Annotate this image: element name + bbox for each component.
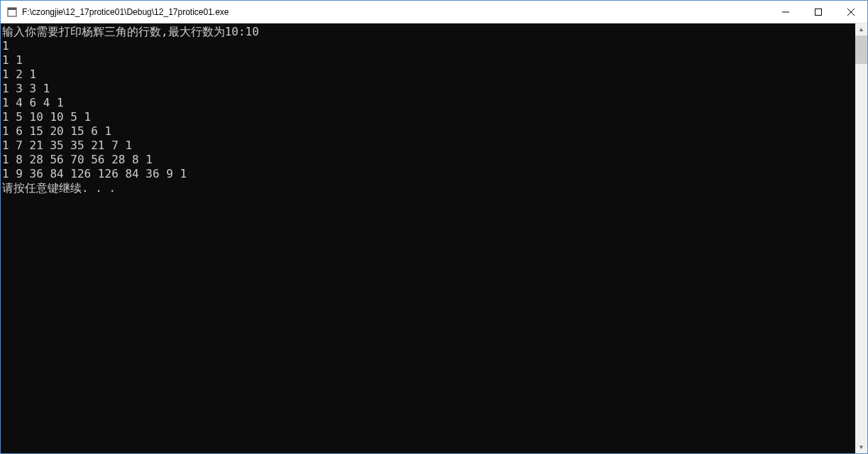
triangle-row: 1 2 1 [2, 67, 36, 81]
triangle-row: 1 5 10 10 5 1 [2, 110, 91, 124]
svg-rect-1 [8, 8, 16, 10]
console-output[interactable]: 输入你需要打印杨辉三角的行数,最大行数为10:10 1 1 1 1 2 1 1 … [1, 23, 855, 453]
window-controls [769, 1, 867, 23]
continue-prompt: 请按任意键继续. . . [2, 181, 116, 195]
titlebar[interactable]: F:\czongjie\12_17protice01\Debug\12_17pr… [1, 1, 867, 23]
triangle-row: 1 9 36 84 126 126 84 36 9 1 [2, 167, 187, 180]
triangle-row: 1 [2, 39, 9, 53]
maximize-button[interactable] [802, 1, 835, 23]
scrollbar-thumb[interactable] [855, 36, 867, 64]
svg-rect-3 [815, 9, 822, 15]
vertical-scrollbar[interactable]: ▲ ▼ [855, 23, 867, 453]
triangle-row: 1 3 3 1 [2, 82, 50, 95]
triangle-row: 1 4 6 4 1 [2, 96, 64, 109]
close-button[interactable] [835, 1, 867, 23]
app-icon [6, 6, 18, 18]
console-area: 输入你需要打印杨辉三角的行数,最大行数为10:10 1 1 1 1 2 1 1 … [1, 23, 867, 453]
window-title: F:\czongjie\12_17protice01\Debug\12_17pr… [22, 7, 769, 17]
triangle-row: 1 6 15 20 15 6 1 [2, 124, 111, 138]
scroll-up-arrow[interactable]: ▲ [855, 23, 867, 36]
triangle-row: 1 7 21 35 35 21 7 1 [2, 139, 132, 152]
prompt-line: 输入你需要打印杨辉三角的行数,最大行数为10:10 [2, 25, 259, 38]
triangle-row: 1 8 28 56 70 56 28 8 1 [2, 153, 153, 166]
scroll-down-arrow[interactable]: ▼ [855, 441, 867, 453]
minimize-button[interactable] [769, 1, 802, 23]
triangle-row: 1 1 [2, 53, 23, 67]
